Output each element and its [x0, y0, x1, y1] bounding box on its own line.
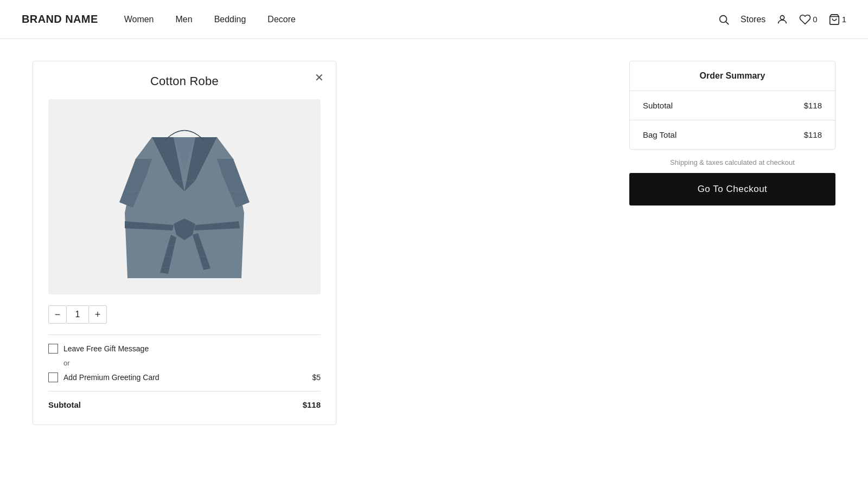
greeting-card-label: Add Premium Greeting Card [63, 373, 159, 382]
quantity-decrease-button[interactable]: − [48, 305, 67, 324]
brand-logo: BRAND NAME [22, 13, 98, 25]
account-icon[interactable] [776, 14, 788, 25]
card-subtotal-value: $118 [303, 400, 321, 409]
wishlist-button[interactable]: 0 [799, 14, 817, 25]
gift-message-label: Leave Free Gift Message [63, 344, 149, 353]
summary-bag-total-value: $118 [804, 130, 822, 139]
svg-point-2 [781, 15, 784, 19]
stores-link[interactable]: Stores [741, 15, 765, 24]
or-text: or [63, 359, 321, 367]
shipping-note: Shipping & taxes calculated at checkout [670, 158, 795, 166]
header-left: BRAND NAME Women Men Bedding Decore [22, 13, 296, 25]
summary-bag-total-row: Bag Total $118 [630, 120, 835, 149]
right-panel: Order Summary Subtotal $118 Bag Total $1… [629, 61, 835, 206]
header: BRAND NAME Women Men Bedding Decore Stor… [0, 0, 868, 39]
summary-bag-total-label: Bag Total [643, 130, 676, 139]
summary-subtotal-row: Subtotal $118 [630, 91, 835, 120]
card-subtotal-label: Subtotal [48, 400, 81, 409]
gift-message-left: Leave Free Gift Message [48, 344, 149, 354]
greeting-card-price: $5 [312, 373, 321, 382]
product-title: Cotton Robe [48, 74, 321, 88]
quantity-row: − 1 + [48, 305, 321, 324]
divider-2 [48, 391, 321, 391]
order-summary: Order Summary Subtotal $118 Bag Total $1… [629, 61, 835, 150]
nav-women[interactable]: Women [124, 15, 154, 24]
greeting-card-left: Add Premium Greeting Card [48, 373, 159, 382]
summary-subtotal-value: $118 [804, 101, 822, 110]
main-content: Cotton Robe ✕ [0, 39, 868, 447]
svg-point-0 [720, 15, 727, 22]
cart-count: 1 [842, 15, 846, 24]
quantity-value: 1 [67, 305, 88, 324]
gift-message-checkbox[interactable] [48, 344, 58, 354]
search-icon[interactable] [718, 14, 730, 25]
robe-illustration [108, 105, 260, 289]
close-button[interactable]: ✕ [315, 72, 324, 83]
order-summary-title: Order Summary [630, 61, 835, 91]
nav-decore[interactable]: Decore [267, 15, 296, 24]
wishlist-count: 0 [813, 15, 817, 24]
main-nav: Women Men Bedding Decore [124, 15, 296, 24]
svg-line-1 [726, 22, 729, 24]
greeting-card-checkbox[interactable] [48, 373, 58, 382]
summary-subtotal-label: Subtotal [643, 101, 673, 110]
nav-men[interactable]: Men [176, 15, 193, 24]
greeting-card-row: Add Premium Greeting Card $5 [48, 373, 321, 382]
gift-section: Leave Free Gift Message or Add Premium G… [48, 344, 321, 382]
cart-button[interactable]: 1 [828, 14, 846, 25]
header-right: Stores 0 1 [718, 14, 846, 25]
card-subtotal-row: Subtotal $118 [48, 400, 321, 409]
nav-bedding[interactable]: Bedding [214, 15, 246, 24]
checkout-button[interactable]: Go To Checkout [629, 173, 835, 206]
divider-1 [48, 335, 321, 335]
gift-message-row: Leave Free Gift Message [48, 344, 321, 354]
quantity-increase-button[interactable]: + [88, 305, 107, 324]
product-image [48, 99, 321, 294]
product-card: Cotton Robe ✕ [33, 61, 336, 425]
